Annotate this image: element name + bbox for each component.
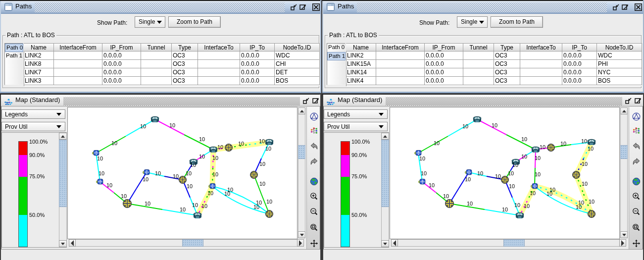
- svg-text:10: 10: [155, 170, 161, 176]
- svg-text:10: 10: [477, 170, 483, 176]
- svg-text:10: 10: [111, 140, 117, 146]
- svg-text:10: 10: [588, 146, 594, 152]
- svg-text:10: 10: [546, 191, 552, 197]
- svg-text:10: 10: [530, 190, 536, 196]
- svg-text:10: 10: [140, 123, 146, 129]
- svg-text:10: 10: [224, 191, 230, 197]
- svg-text:10: 10: [259, 138, 265, 144]
- svg-text:10: 10: [266, 199, 272, 205]
- svg-text:10: 10: [253, 204, 259, 210]
- svg-text:10: 10: [192, 202, 198, 208]
- svg-text:10: 10: [521, 136, 527, 142]
- svg-text:10: 10: [169, 122, 175, 128]
- svg-text:10: 10: [535, 171, 541, 177]
- svg-text:10: 10: [467, 201, 473, 207]
- svg-text:10: 10: [524, 203, 530, 209]
- svg-text:10: 10: [99, 170, 104, 176]
- svg-text:10: 10: [265, 146, 271, 152]
- svg-text:10: 10: [121, 193, 127, 199]
- svg-text:10: 10: [502, 207, 508, 212]
- svg-text:10: 10: [540, 144, 545, 150]
- svg-text:10: 10: [199, 136, 205, 142]
- svg-text:10: 10: [212, 155, 218, 161]
- svg-text:10: 10: [190, 162, 196, 168]
- svg-text:10: 10: [576, 204, 582, 210]
- svg-text:10: 10: [419, 156, 425, 161]
- svg-text:10: 10: [207, 190, 213, 196]
- svg-text:10: 10: [238, 141, 244, 147]
- svg-text:10: 10: [186, 170, 192, 176]
- svg-text:10: 10: [173, 173, 179, 179]
- svg-text:10: 10: [212, 171, 218, 177]
- svg-text:10: 10: [512, 162, 518, 168]
- svg-text:10: 10: [509, 183, 515, 189]
- svg-text:10: 10: [259, 181, 265, 187]
- svg-text:10: 10: [589, 199, 594, 205]
- svg-text:10: 10: [495, 173, 501, 179]
- svg-text:10: 10: [187, 183, 193, 189]
- svg-text:10: 10: [259, 161, 265, 167]
- svg-text:10: 10: [143, 176, 149, 182]
- svg-text:10: 10: [106, 182, 112, 188]
- svg-text:10: 10: [582, 181, 588, 187]
- svg-text:10: 10: [492, 122, 497, 128]
- svg-text:10: 10: [145, 201, 150, 207]
- svg-text:10: 10: [199, 154, 205, 159]
- svg-text:10: 10: [521, 154, 527, 159]
- svg-text:10: 10: [201, 203, 207, 209]
- svg-text:10: 10: [560, 141, 566, 147]
- svg-text:10: 10: [443, 193, 449, 199]
- svg-text:10: 10: [217, 144, 223, 150]
- svg-text:10: 10: [180, 207, 186, 212]
- svg-text:10: 10: [514, 202, 520, 208]
- svg-text:10: 10: [581, 138, 587, 144]
- svg-text:10: 10: [97, 156, 103, 161]
- svg-text:10: 10: [434, 140, 440, 146]
- svg-text:10: 10: [462, 123, 468, 129]
- svg-text:10: 10: [508, 170, 514, 176]
- svg-text:10: 10: [465, 176, 471, 182]
- svg-text:10: 10: [421, 170, 427, 176]
- svg-text:10: 10: [582, 161, 588, 167]
- svg-text:10: 10: [535, 155, 541, 161]
- svg-text:10: 10: [429, 182, 435, 188]
